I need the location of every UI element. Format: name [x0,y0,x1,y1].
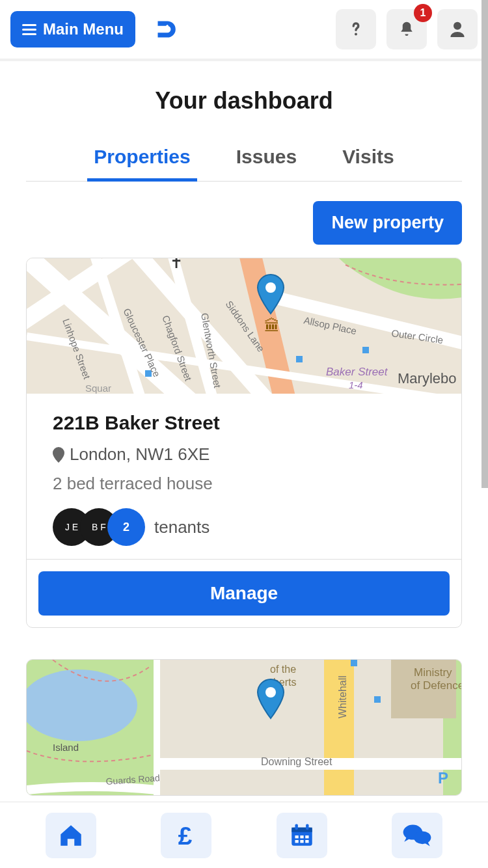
nav-money[interactable]: £ [161,813,211,858]
svg-text:P: P [438,769,448,787]
tab-properties[interactable]: Properties [87,141,197,181]
calendar-icon [288,822,316,849]
tenant-avatars: J E B F 2 [53,508,145,546]
svg-rect-45 [305,840,308,843]
notification-badge: 1 [414,4,432,22]
svg-text:of the: of the [270,664,296,675]
question-icon [346,20,366,39]
user-icon [447,19,468,40]
header: Main Menu 1 [0,0,488,61]
app-logo-icon [151,16,178,43]
new-property-button[interactable]: New property [313,201,462,245]
nav-home[interactable] [46,813,96,858]
svg-rect-44 [300,840,303,843]
property-description: 2 bed terraced house [53,474,435,494]
card-body: 221B Baker Street London, NW1 6XE 2 bed … [27,394,461,559]
tab-visits[interactable]: Visits [336,141,401,181]
menu-label: Main Menu [43,20,124,38]
main-menu-button[interactable]: Main Menu [10,11,135,47]
svg-point-47 [414,831,431,844]
svg-text:Ministry: Ministry [414,666,452,679]
property-card: Linhope Street Gloucester Place Chagford… [26,258,462,628]
svg-rect-23 [351,660,357,666]
svg-rect-4 [296,356,303,362]
tabs: Properties Issues Visits [26,141,462,182]
svg-rect-41 [300,835,303,838]
bell-icon [397,20,416,39]
svg-text:£: £ [178,822,193,849]
card-footer: Manage [27,559,461,627]
hamburger-icon [22,24,36,35]
avatar-extra-count[interactable]: 2 [107,508,145,546]
svg-text:Baker Street: Baker Street [326,366,388,378]
svg-text:Island: Island [53,742,79,753]
svg-text:Marylebo: Marylebo [398,370,456,387]
pound-icon: £ [172,822,200,849]
svg-text:Squar: Squar [85,383,111,394]
svg-rect-5 [362,347,369,353]
svg-point-19 [265,282,276,293]
svg-text:of Defence: of Defence [411,679,461,692]
svg-text:Whitehall: Whitehall [337,675,348,718]
nav-calendar[interactable] [277,813,327,858]
svg-rect-37 [291,827,312,832]
tab-issues[interactable]: Issues [230,141,303,181]
property-card: Island Guards Road Downing Street Whiteh… [26,659,462,796]
property-name: 221B Baker Street [53,412,435,434]
svg-rect-38 [295,824,297,830]
pin-icon [53,447,64,463]
svg-point-34 [265,687,276,698]
property-map[interactable]: Linhope Street Gloucester Place Chagford… [27,258,461,394]
svg-text:✝: ✝ [170,258,183,271]
svg-text:Downing Street: Downing Street [261,756,332,767]
page-title: Your dashboard [26,87,462,115]
svg-rect-40 [295,835,298,838]
nav-chat[interactable] [392,813,442,858]
bottom-nav: £ [0,802,488,868]
scrollbar[interactable] [481,0,488,488]
svg-rect-42 [305,835,308,838]
property-location: London, NW1 6XE [70,444,210,465]
tenants-row: J E B F 2 tenants [53,508,435,546]
tenants-label: tenants [154,517,210,537]
home-icon [57,822,85,849]
notifications-button[interactable]: 1 [386,9,427,49]
content: Your dashboard Properties Issues Visits … [0,61,488,796]
chat-icon [402,822,432,849]
property-map[interactable]: Island Guards Road Downing Street Whiteh… [27,660,461,795]
svg-text:1-4: 1-4 [349,379,363,390]
help-button[interactable] [336,9,376,49]
svg-point-0 [355,33,357,36]
svg-point-1 [454,22,461,30]
action-row: New property [26,201,462,245]
svg-rect-39 [306,824,308,830]
svg-text:🏛: 🏛 [264,317,280,334]
property-address: London, NW1 6XE [53,444,435,465]
manage-button[interactable]: Manage [38,571,450,616]
svg-rect-43 [295,840,298,843]
profile-button[interactable] [437,9,478,49]
svg-rect-24 [374,696,381,703]
